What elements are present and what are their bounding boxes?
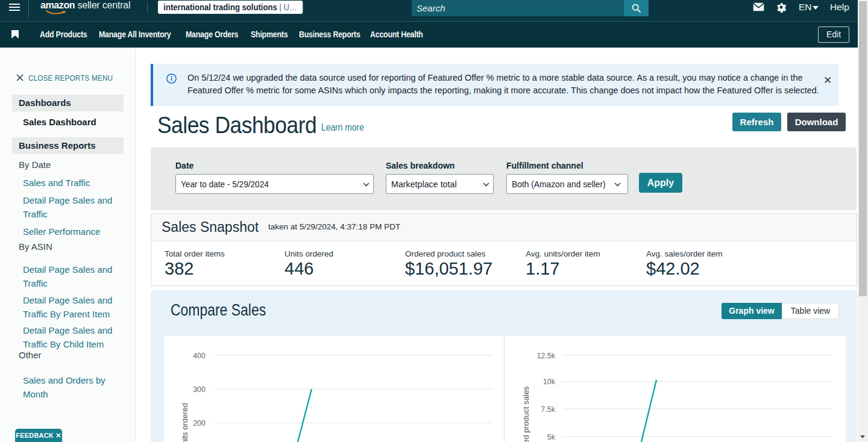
svg-text:7.5k: 7.5k bbox=[541, 405, 555, 414]
svg-text:10k: 10k bbox=[543, 378, 556, 386]
svg-text:Units ordered: Units ordered bbox=[180, 403, 189, 442]
svg-text:12.5k: 12.5k bbox=[536, 352, 555, 360]
svg-text:5k: 5k bbox=[547, 433, 556, 441]
svg-text:300: 300 bbox=[193, 385, 206, 394]
svg-text:Ordered product sales: Ordered product sales bbox=[521, 386, 530, 442]
svg-text:200: 200 bbox=[193, 419, 206, 428]
svg-text:400: 400 bbox=[193, 352, 206, 360]
